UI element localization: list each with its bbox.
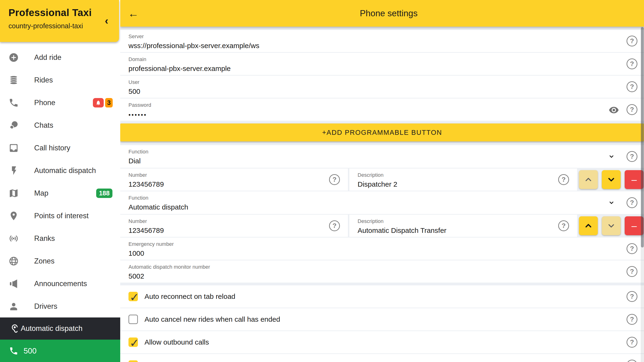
help-icon[interactable]: ?	[626, 151, 638, 162]
move-up-button[interactable]	[579, 216, 598, 235]
phone-extension-bar[interactable]: 500	[0, 340, 120, 362]
help-icon[interactable]: ?	[626, 314, 638, 325]
sidebar-item-label: Drivers	[34, 302, 57, 310]
help-icon[interactable]: ?	[626, 58, 638, 69]
move-down-button[interactable]	[602, 170, 621, 189]
scrollbar-thumb[interactable]	[641, 27, 644, 248]
sidebar-item-label: Zones	[34, 257, 54, 265]
help-icon[interactable]: ?	[626, 36, 638, 46]
chevron-up-icon	[584, 222, 592, 230]
field-label: Description	[358, 172, 577, 178]
checkbox-label: Auto cancel new rides when call has ende…	[144, 315, 280, 323]
field-value[interactable]: 500	[128, 88, 644, 96]
stack-icon	[8, 75, 19, 85]
field-label: Number	[128, 218, 348, 224]
settings-form: Server wss://professional-pbx-server.exa…	[120, 27, 644, 362]
help-icon[interactable]: ?	[626, 337, 638, 348]
field-label: Emergency number	[128, 241, 644, 247]
chevron-down-icon	[607, 175, 616, 184]
move-up-button	[579, 170, 598, 189]
description-field[interactable]: Description Dispatcher 2 ?	[349, 168, 577, 191]
plus-circle-icon	[8, 52, 19, 63]
field-value[interactable]: 123456789	[128, 180, 348, 188]
emergency-number-field[interactable]: Emergency number 1000 ?	[120, 238, 644, 260]
help-icon[interactable]: ?	[626, 243, 638, 254]
sidebar-item-drivers[interactable]: Drivers	[0, 295, 120, 318]
enable-call-log-checkbox[interactable]	[128, 360, 138, 362]
field-value[interactable]: 5002	[128, 272, 644, 280]
domain-field[interactable]: Domain professional-pbx-server.example ?	[120, 53, 644, 75]
sidebar-item-automatic-dispatch[interactable]: Automatic dispatch	[0, 159, 120, 182]
vertical-scrollbar[interactable]	[641, 27, 644, 362]
globe-icon	[8, 256, 19, 266]
sidebar-collapse-icon[interactable]: ‹	[101, 14, 112, 27]
field-value[interactable]: Automatic Dispatch Transfer	[358, 226, 577, 234]
bolt-icon	[8, 166, 19, 176]
help-icon[interactable]: ?	[329, 220, 340, 231]
sidebar-item-label: Map	[34, 189, 48, 198]
auto-cancel-rides-checkbox[interactable]	[128, 315, 138, 324]
help-icon[interactable]: ?	[626, 291, 638, 302]
user-field[interactable]: User 500 ?	[120, 76, 644, 98]
help-icon[interactable]: ?	[626, 104, 638, 115]
sidebar-item-label: Chats	[34, 121, 53, 130]
radio-waves-icon	[8, 233, 19, 244]
show-password-eye-icon[interactable]	[609, 105, 619, 115]
sidebar-item-zones[interactable]: Zones	[0, 250, 120, 272]
number-field[interactable]: Number 123456789 ?	[120, 168, 348, 191]
checkbox-label: Auto reconnect on tab reload	[144, 292, 235, 300]
help-icon[interactable]: ?	[626, 197, 638, 208]
field-value[interactable]: 1000	[128, 249, 644, 257]
field-value[interactable]: Dispatcher 2	[358, 180, 577, 188]
back-arrow-icon[interactable]: ←	[120, 7, 146, 20]
monitor-number-field[interactable]: Automatic dispatch monitor number 5002 ?	[120, 260, 644, 282]
automatic-dispatch-status-bar[interactable]: Automatic dispatch	[0, 318, 120, 340]
function-select-2[interactable]: Function Automatic dispatch ?	[120, 191, 644, 214]
programmable-button-row-2: Number 123456789 ? Description Automatic…	[120, 215, 644, 237]
number-field[interactable]: Number 123456789 ?	[120, 215, 348, 237]
sidebar-item-add-ride[interactable]: Add ride	[0, 46, 120, 69]
help-icon[interactable]: ?	[626, 360, 638, 362]
field-label: Function	[128, 195, 644, 201]
allow-outbound-calls-checkbox[interactable]	[128, 338, 138, 347]
sidebar-item-label: Rides	[34, 76, 53, 84]
help-icon[interactable]: ?	[558, 220, 569, 231]
chevron-down-icon[interactable]	[608, 200, 615, 206]
megaphone-icon	[8, 278, 19, 289]
sidebar-item-chats[interactable]: Chats	[0, 114, 120, 137]
sidebar-item-call-history[interactable]: Call history	[0, 137, 120, 159]
enable-call-log-row: Enable call log ?	[120, 354, 644, 362]
phone-icon	[9, 346, 18, 356]
field-value-masked[interactable]: ••••••	[128, 111, 644, 118]
sidebar-item-points-of-interest[interactable]: Points of interest	[0, 204, 120, 227]
description-field[interactable]: Description Automatic Dispatch Transfer …	[349, 215, 577, 237]
field-value[interactable]: wss://professional-pbx-server.example/ws	[128, 42, 644, 50]
help-icon[interactable]: ?	[558, 174, 569, 185]
sidebar: Professional Taxi country-professional-t…	[0, 0, 120, 362]
sidebar-item-announcements[interactable]: Announcements	[0, 272, 120, 295]
function-select-1[interactable]: Function Dial ?	[120, 145, 644, 168]
chevron-down-icon[interactable]	[608, 153, 615, 160]
chevron-down-icon	[607, 222, 616, 230]
help-icon[interactable]: ?	[626, 81, 638, 92]
map-count-badge: 188	[96, 188, 112, 198]
sidebar-item-rides[interactable]: Rides	[0, 69, 120, 92]
help-icon[interactable]: ?	[329, 174, 340, 185]
help-icon[interactable]: ?	[626, 266, 638, 277]
ear-icon	[9, 324, 19, 334]
field-value[interactable]: Dial	[128, 157, 644, 165]
field-value[interactable]: professional-pbx-server.example	[128, 64, 644, 72]
page-header: ← Phone settings	[120, 0, 644, 27]
auto-reconnect-checkbox[interactable]	[128, 292, 138, 301]
field-value[interactable]: 123456789	[128, 226, 348, 234]
sidebar-item-phone[interactable]: Phone 3	[0, 92, 120, 114]
sidebar-item-map[interactable]: Map 188	[0, 182, 120, 204]
password-field[interactable]: Password •••••• ?	[120, 98, 644, 121]
sidebar-item-label: Ranks	[34, 234, 55, 243]
sidebar-item-label: Phone	[34, 98, 56, 107]
field-value[interactable]: Automatic dispatch	[128, 203, 644, 211]
add-programmable-button[interactable]: +ADD PROGRAMMABLE BUTTON	[120, 124, 644, 142]
sidebar-item-label: Automatic dispatch	[34, 166, 96, 175]
server-field[interactable]: Server wss://professional-pbx-server.exa…	[120, 30, 644, 52]
sidebar-item-ranks[interactable]: Ranks	[0, 227, 120, 250]
